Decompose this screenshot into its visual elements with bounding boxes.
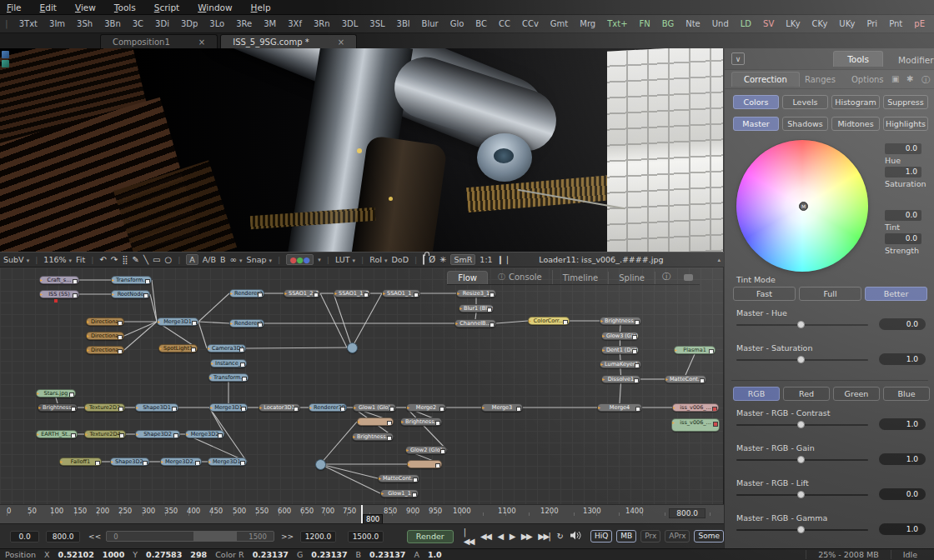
step-forward-button[interactable]: >> [281, 532, 294, 541]
tool-button-cky[interactable]: CKy [806, 19, 834, 28]
tool-button-3xf[interactable]: 3Xf [282, 19, 308, 28]
node-mattecont[interactable]: MatteCont... [378, 474, 419, 482]
node-blur1-blur[interactable]: Blur1 (Blur) [459, 304, 494, 312]
master-rgb-gain-slider-handle[interactable] [797, 456, 805, 463]
tint-mode-fast[interactable]: Fast [733, 287, 796, 301]
highlights-button[interactable]: Highlights [883, 117, 928, 131]
rgb-tab-blue[interactable]: Blue [883, 387, 930, 401]
tool-button-pnt[interactable]: Pnt [883, 19, 908, 28]
buffer-ab-button[interactable]: A/B [203, 255, 216, 264]
tool-button-3di[interactable]: 3Di [149, 19, 175, 28]
node-shape3d2[interactable]: Shape3D2... [110, 458, 149, 466]
pipe-router-node[interactable] [315, 459, 326, 470]
node-ssao1-1[interactable]: SSAO1_1_... [382, 289, 420, 298]
node-renderer3[interactable]: Renderer3... [229, 289, 264, 298]
tool-button-txt+[interactable]: Txt+ [601, 19, 633, 28]
tab-options[interactable]: Options [851, 75, 884, 84]
channel-rgb-icon[interactable]: ●●● [286, 254, 314, 265]
tool-button-und[interactable]: Und [706, 19, 735, 28]
master-rgb-gain-value[interactable]: 1.0 [879, 453, 926, 465]
flow-tab-console[interactable]: ⓘConsole [488, 270, 553, 284]
node-falloff1[interactable]: Falloff1 [59, 458, 102, 466]
node-merge3[interactable]: Merge3 [481, 403, 523, 412]
node-channelb[interactable]: ChannelB... [454, 319, 496, 328]
node-brightness[interactable]: Brightness... [38, 403, 78, 412]
menu-item-view[interactable]: View [75, 2, 96, 12]
menu-item-tools[interactable]: Tools [114, 2, 136, 12]
node-transform[interactable]: Transform... [208, 373, 249, 382]
node-brightness[interactable]: Brightness... [600, 317, 641, 325]
info-icon[interactable]: ⓘ [921, 74, 930, 86]
gear-icon[interactable]: ✱ [906, 74, 913, 83]
node-locator3d1[interactable]: Locator3D1 [259, 403, 300, 412]
viewer-pane[interactable] [0, 48, 724, 252]
node-dent1-dnt[interactable]: Dent1 (Dnt) [601, 346, 639, 354]
tool-button-3lo[interactable]: 3Lo [203, 19, 230, 28]
master-rgb-gamma-slider-handle[interactable] [797, 526, 805, 533]
node-directiona[interactable]: Directiona... [86, 318, 124, 326]
current-frame-field[interactable]: 800.0 [46, 531, 80, 542]
tool-button-3re[interactable]: 3Re [230, 19, 258, 28]
colors-button[interactable]: Colors [733, 95, 779, 109]
close-icon[interactable]: × [338, 38, 344, 47]
tool-button-cc[interactable]: CC [493, 19, 516, 28]
tool-button-3sh[interactable]: 3Sh [71, 19, 98, 28]
master-rgb-contrast-slider[interactable] [736, 424, 868, 426]
tool-button-3dl[interactable]: 3DL [336, 19, 364, 28]
tool-button-lky[interactable]: LKy [780, 19, 806, 28]
master-rgb-gamma-slider[interactable] [736, 529, 868, 531]
node-ssao1-2-1[interactable]: SSAO1_2_1 [284, 289, 320, 298]
shadows-button[interactable]: Shadows [782, 117, 828, 131]
toggle-some[interactable]: Some [694, 530, 724, 542]
tool-button-3sl[interactable]: 3SL [364, 19, 390, 28]
node-directiona[interactable]: Directiona... [86, 332, 124, 340]
suppress-button[interactable]: Suppress [883, 95, 928, 109]
tool-button-gmt[interactable]: Gmt [545, 19, 574, 28]
node-merge2[interactable]: Merge2 [406, 403, 446, 412]
tab-modifiers[interactable]: Modifiers [890, 53, 934, 67]
chevron-down-icon[interactable]: ∨ [731, 52, 745, 65]
step-back-fast-button[interactable]: ◀◀ [477, 532, 494, 541]
master-rgb-lift-value[interactable]: 0.0 [879, 488, 926, 500]
step-fwd-fast-button[interactable]: ▶▶ [518, 532, 535, 541]
node-texture2d4[interactable]: Texture2D4 [84, 430, 126, 438]
saturation-value-field[interactable]: 1.0 [885, 167, 921, 178]
tool-button-3bn[interactable]: 3Bn [98, 19, 127, 28]
snap-menu[interactable]: Snap ▾ [247, 255, 272, 264]
node-glow3-glo[interactable]: Glow3 (Glo) [601, 332, 639, 340]
hue-value-field[interactable]: 0.0 [885, 143, 921, 154]
pen-tool-icon[interactable]: ✎ [133, 255, 139, 264]
node-merge4[interactable]: Merge4 [597, 403, 642, 412]
collapse-arrow-icon[interactable]: ▴ [717, 257, 721, 263]
tab-correction[interactable]: Correction [731, 72, 800, 87]
node-plasma1[interactable]: Plasma1 [674, 346, 716, 354]
midtones-button[interactable]: Midtones [831, 117, 880, 131]
dod-button[interactable]: DoD [392, 255, 409, 264]
play-reverse-button[interactable]: ◀ [494, 532, 505, 541]
tool-button-pie[interactable]: pIE [931, 19, 934, 28]
color-wheel[interactable]: M [736, 140, 868, 272]
rgb-tab-green[interactable]: Green [833, 387, 880, 401]
tool-button-ld[interactable]: LD [735, 19, 757, 28]
node-iss-v006[interactable]: iss_v006_... [671, 418, 720, 432]
node-merge3d1[interactable]: Merge3D1 [157, 318, 198, 326]
go-first-button[interactable]: |◀◀ [460, 528, 477, 546]
tint-value-field[interactable]: 0.0 [885, 210, 921, 221]
node-resize3-1[interactable]: Resize3_1 [456, 289, 496, 298]
tool-button-blur[interactable]: Blur [416, 19, 444, 28]
rgb-tab-red[interactable]: Red [783, 387, 830, 401]
node-merge3d1[interactable]: Merge3D1 [209, 403, 248, 412]
tool-button-3txt[interactable]: 3Txt [13, 19, 43, 28]
node-spotlight1[interactable]: SpotLight1 [158, 344, 198, 352]
node-brightness[interactable]: Brightness... [352, 432, 394, 441]
node-renderer3d[interactable]: Renderer3D... [309, 403, 347, 412]
flow-tab-flow[interactable]: Flow [447, 271, 488, 284]
tool-button-fn[interactable]: FN [634, 19, 656, 28]
tab-composition1[interactable]: Composition1 × [100, 34, 218, 48]
stereo-glasses-icon[interactable]: ∞ ▾ [230, 255, 243, 264]
zoom-level[interactable]: 116% ▾ [43, 255, 72, 264]
range-start-field[interactable]: 0.0 [10, 531, 39, 542]
loop-button[interactable]: ↻ [553, 532, 566, 541]
node-brightness[interactable]: Brightness... [400, 418, 442, 426]
flow-tab-timeline[interactable]: Timeline [553, 272, 610, 284]
